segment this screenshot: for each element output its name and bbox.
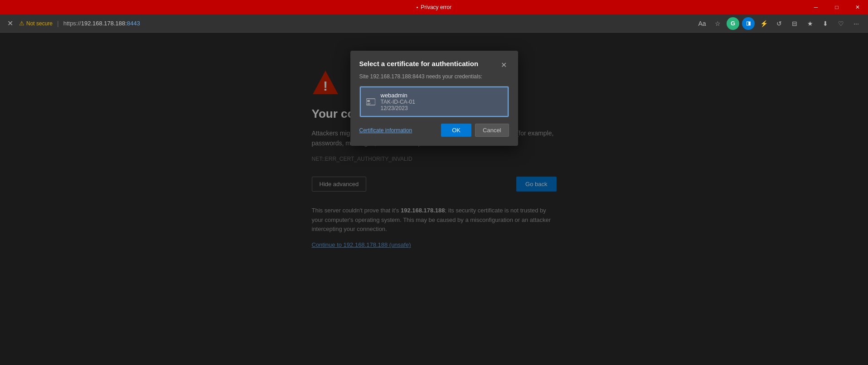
split-screen-button[interactable]: ⊟ [788, 17, 801, 30]
address-url[interactable]: https://192.168.178.188:8443 [63, 20, 140, 27]
url-scheme: https:// [63, 20, 81, 27]
title-bar-controls: ─ □ ✕ [805, 0, 868, 14]
url-host: 192.168.178.188 [81, 20, 126, 27]
window-close-button[interactable]: ✕ [847, 0, 868, 14]
cert-cancel-button[interactable]: Cancel [475, 124, 509, 137]
certificate-information-link[interactable]: Certificate information [359, 127, 412, 134]
downloads-button[interactable]: ⬇ [819, 17, 832, 30]
title-bar: • Privacy error ─ □ ✕ [0, 0, 868, 14]
cert-dialog-subtitle: Site 192.168.178.188:8443 needs your cre… [359, 73, 509, 80]
ms-profile-button[interactable]: ◨ [742, 17, 755, 30]
cert-footer-buttons: OK Cancel [441, 124, 509, 137]
maximize-button[interactable]: □ [826, 0, 847, 14]
extensions-button[interactable]: ⚡ [757, 17, 770, 30]
minimize-button[interactable]: ─ [805, 0, 826, 14]
svg-rect-3 [367, 100, 370, 102]
more-button[interactable]: ··· [850, 17, 863, 30]
title-bar-title: • Privacy error [417, 4, 452, 10]
cert-details: webadmin TAK-ID-CA-01 12/23/2023 [381, 92, 415, 111]
cert-item[interactable]: webadmin TAK-ID-CA-01 12/23/2023 [360, 86, 509, 117]
close-tab-button[interactable]: ✕ [5, 19, 15, 28]
google-profile-button[interactable]: G [727, 17, 739, 30]
address-bar: ✕ ⚠ Not secure | https://192.168.178.188… [0, 14, 868, 33]
cert-dialog-title: Select a certificate for authentication [359, 60, 479, 67]
title-text: Privacy error [421, 4, 451, 10]
title-dot: • [417, 5, 418, 10]
cert-date: 12/23/2023 [381, 105, 415, 111]
cert-dialog-close-button[interactable]: ✕ [499, 60, 509, 70]
cert-dialog-header: Select a certificate for authentication … [359, 60, 509, 70]
cert-card-icon [366, 97, 375, 106]
cert-issuer: TAK-ID-CA-01 [381, 99, 415, 105]
main-content: ! Your connection isn't private Attacker… [0, 33, 868, 365]
not-secure-label: Not secure [26, 20, 53, 27]
url-port: 8443 [127, 20, 140, 27]
address-bar-right: Aa ☆ G ◨ ⚡ ↺ ⊟ ★ ⬇ ♡ ··· [696, 17, 863, 30]
cert-name: webadmin [381, 92, 415, 99]
not-secure-badge: ⚠ Not secure [19, 20, 53, 27]
warning-icon: ⚠ [19, 20, 24, 27]
reader-view-button[interactable]: Aa [696, 17, 708, 30]
cert-list: webadmin TAK-ID-CA-01 12/23/2023 [359, 86, 509, 117]
cert-dialog-footer: Certificate information OK Cancel [359, 124, 509, 137]
cert-dialog: Select a certificate for authentication … [350, 51, 518, 146]
refresh-button[interactable]: ↺ [773, 17, 786, 30]
collections-button[interactable]: ★ [804, 17, 816, 30]
address-separator: | [57, 20, 59, 27]
cert-ok-button[interactable]: OK [441, 124, 471, 137]
feedback-button[interactable]: ♡ [834, 17, 847, 30]
favorites-button[interactable]: ☆ [711, 17, 724, 30]
modal-overlay: Select a certificate for authentication … [0, 33, 868, 365]
